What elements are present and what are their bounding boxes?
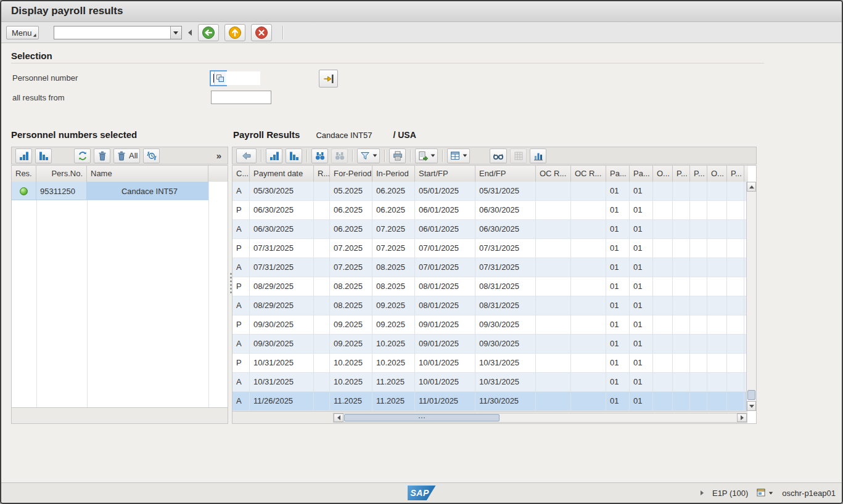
sort-descending-button[interactable]	[35, 148, 52, 163]
horizontal-scroll-thumb[interactable]	[344, 414, 500, 421]
payroll-row[interactable]: A08/29/202508.202509.202508/01/202508/31…	[232, 296, 747, 315]
column-divider	[208, 182, 209, 407]
payroll-row[interactable]: A11/26/202511.202511.202511/01/202511/30…	[232, 392, 747, 411]
sort-ascending-button[interactable]	[15, 148, 32, 163]
payroll-column-header[interactable]: Payment date	[250, 166, 314, 182]
binoculars-next-icon	[334, 150, 345, 161]
payroll-column-header[interactable]: In-Period	[372, 166, 415, 182]
payroll-row[interactable]: A10/31/202510.202511.202510/01/202510/31…	[232, 373, 747, 392]
scroll-right-button[interactable]	[737, 413, 747, 422]
payroll-column-header[interactable]: End/FP	[475, 166, 536, 182]
status-expand-icon[interactable]	[701, 490, 704, 495]
payroll-row[interactable]: A05/30/202505.202506.202505/01/202505/31…	[232, 182, 747, 201]
vertical-scroll-thumb[interactable]	[747, 390, 755, 400]
payroll-column-header[interactable]: C...	[232, 166, 250, 182]
arrow-right-icon	[741, 415, 744, 420]
payroll-table: C...Payment dateR...For-PeriodIn-PeriodS…	[232, 165, 757, 424]
command-field-value	[54, 26, 170, 39]
payroll-row[interactable]: A07/31/202507.202508.202507/01/202507/31…	[232, 258, 747, 277]
exchange-button[interactable]	[74, 148, 91, 163]
horizontal-scrollbar[interactable]	[333, 413, 747, 423]
payroll-column-header[interactable]: O...	[653, 166, 673, 182]
alv-sort-ascending-button[interactable]	[266, 148, 282, 163]
payroll-row[interactable]: P08/29/202508.202508.202508/01/202508/31…	[232, 277, 747, 296]
command-field-dropdown-button[interactable]	[170, 26, 181, 39]
transfer-button[interactable]	[319, 70, 338, 87]
menu-button[interactable]: Menu	[6, 26, 39, 39]
payroll-results-heading-row: Payroll Results Candace INT57 / USA	[233, 129, 416, 140]
payroll-cell	[536, 296, 571, 315]
payroll-column-header[interactable]: Pa...	[630, 166, 653, 182]
collapse-toolbar-icon[interactable]	[188, 30, 192, 36]
session-info-button[interactable]	[757, 489, 773, 497]
horizontal-scroll-area	[232, 411, 747, 423]
trash-all-icon	[116, 150, 127, 161]
find-button[interactable]	[311, 148, 328, 163]
more-functions-button[interactable]: »	[216, 150, 224, 161]
payroll-cell: 01	[630, 220, 653, 239]
refresh-button[interactable]	[143, 148, 160, 163]
payroll-column-header[interactable]: Start/FP	[415, 166, 475, 182]
payroll-column-header[interactable]: P...	[690, 166, 707, 182]
payroll-cell: 01	[630, 354, 653, 373]
command-field[interactable]	[54, 26, 182, 39]
column-header-name[interactable]: Name	[87, 166, 208, 182]
payroll-column-header[interactable]: R...	[314, 166, 330, 182]
payroll-cell	[314, 392, 330, 411]
payroll-cell: 07/01/2025	[415, 239, 475, 258]
filter-funnel-icon	[360, 150, 371, 161]
cancel-button[interactable]	[251, 24, 272, 41]
payroll-row[interactable]: P10/31/202510.202510.202510/01/202510/31…	[232, 354, 747, 373]
payroll-column-header[interactable]: OC R...	[571, 166, 606, 182]
alv-back-button[interactable]	[236, 148, 257, 163]
payroll-column-header[interactable]: O...	[707, 166, 727, 182]
scroll-up-button[interactable]	[747, 182, 756, 192]
export-button[interactable]	[415, 148, 438, 163]
payroll-cell	[571, 373, 606, 392]
payroll-row[interactable]: P06/30/202506.202506.202506/01/202506/30…	[232, 201, 747, 220]
vertical-scrollbar[interactable]	[746, 182, 756, 411]
alv-sort-descending-button[interactable]	[286, 148, 302, 163]
scroll-left-button[interactable]	[334, 413, 343, 422]
payroll-row[interactable]: P07/31/202507.202507.202507/01/202507/31…	[232, 239, 747, 258]
payroll-cell	[536, 220, 571, 239]
payroll-column-header[interactable]: Pa...	[606, 166, 630, 182]
payroll-cell: 05/01/2025	[415, 182, 475, 201]
payroll-cell	[690, 277, 707, 296]
chevron-down-icon	[463, 154, 467, 156]
display-details-button[interactable]	[490, 148, 507, 163]
personnel-row[interactable]: 95311250 Candace INT57	[12, 182, 208, 200]
payroll-cell	[571, 182, 606, 201]
status-bar: SAP E1P (100) oschr-p1eap01	[1, 482, 842, 503]
payroll-cell: P	[232, 315, 250, 335]
delete-all-button[interactable]: All	[113, 148, 140, 163]
column-header-persno[interactable]: Pers.No.	[36, 166, 87, 182]
scroll-down-button[interactable]	[747, 401, 756, 411]
payroll-row[interactable]: A09/30/202509.202510.202509/01/202509/30…	[232, 335, 747, 354]
payroll-cell: 09.2025	[372, 296, 415, 315]
exit-button[interactable]	[224, 24, 245, 41]
column-header-res[interactable]: Res.	[12, 166, 36, 182]
payroll-cell: 01	[630, 335, 653, 354]
back-button[interactable]	[198, 24, 219, 41]
chevron-down-icon	[173, 31, 178, 35]
choose-layout-button[interactable]	[447, 148, 470, 163]
possible-entries-button[interactable]	[214, 71, 226, 85]
payroll-column-header[interactable]: P...	[673, 166, 690, 182]
print-button[interactable]	[389, 148, 406, 163]
filter-button[interactable]	[357, 148, 380, 163]
grid-view-button[interactable]	[510, 148, 527, 163]
graphic-button[interactable]	[530, 148, 546, 163]
all-results-from-input[interactable]	[211, 91, 271, 104]
payroll-row[interactable]: P09/30/202509.202509.202509/01/202509/30…	[232, 315, 747, 335]
glasses-icon	[492, 150, 504, 161]
payroll-row[interactable]: A06/30/202506.202507.202506/01/202506/30…	[232, 220, 747, 239]
find-next-button[interactable]	[331, 148, 348, 163]
payroll-cell	[707, 354, 727, 373]
payroll-column-header-filler	[744, 166, 748, 182]
payroll-column-header[interactable]: For-Period	[330, 166, 372, 182]
delete-button[interactable]	[94, 148, 110, 163]
payroll-column-header[interactable]: P...	[727, 166, 744, 182]
payroll-cell: 08/29/2025	[250, 296, 314, 315]
payroll-column-header[interactable]: OC R...	[536, 166, 571, 182]
